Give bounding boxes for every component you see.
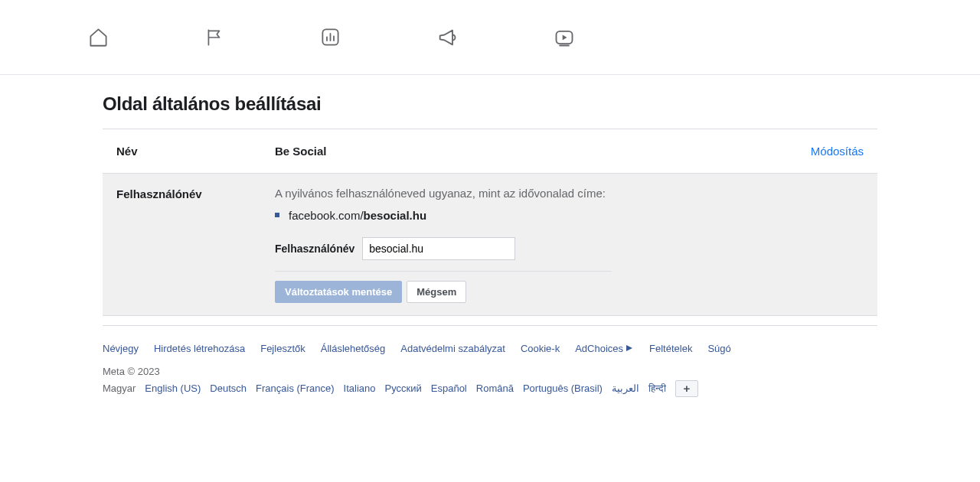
footer: Névjegy Hirdetés létrehozása Fejlesztők … (103, 343, 877, 397)
save-button[interactable]: Változtatások mentése (275, 281, 402, 303)
username-label: Felhasználónév (110, 186, 275, 303)
url-username: besocial.hu (364, 209, 427, 222)
footer-link[interactable]: Adatvédelmi szabályzat (400, 343, 505, 355)
language-link[interactable]: Português (Brasil) (523, 383, 603, 394)
footer-link[interactable]: Névjegy (103, 343, 139, 355)
username-input[interactable] (362, 237, 515, 260)
page-title: Oldal általános beállításai (103, 93, 877, 115)
language-link[interactable]: Русский (385, 383, 422, 394)
footer-link[interactable]: Álláslehetőség (321, 343, 386, 355)
language-row: Magyar English (US) Deutsch Français (Fr… (103, 380, 877, 397)
insights-icon[interactable] (320, 27, 341, 47)
divider (103, 325, 877, 326)
url-prefix: facebook.com/ (289, 209, 364, 222)
footer-links: Névjegy Hirdetés létrehozása Fejlesztők … (103, 343, 877, 355)
footer-link-adchoices[interactable]: AdChoices (575, 343, 634, 355)
language-link[interactable]: Français (France) (256, 383, 335, 394)
username-row: Felhasználónév A nyilvános felhasználóne… (103, 174, 877, 316)
name-label: Név (110, 145, 275, 158)
video-icon[interactable] (554, 27, 575, 48)
language-link[interactable]: Deutsch (210, 383, 247, 394)
current-language: Magyar (103, 383, 136, 394)
footer-link[interactable]: Fejlesztők (260, 343, 305, 355)
copyright: Meta © 2023 (103, 366, 877, 377)
megaphone-icon[interactable] (436, 27, 458, 48)
username-input-label: Felhasználónév (275, 243, 354, 255)
username-helper: A nyilvános felhasználóneved ugyanaz, mi… (275, 186, 612, 201)
name-value: Be Social (275, 145, 811, 158)
language-link[interactable]: Italiano (344, 383, 376, 394)
language-link[interactable]: English (US) (145, 383, 201, 394)
footer-link[interactable]: Hirdetés létrehozása (154, 343, 245, 355)
inner-divider (275, 271, 612, 272)
bullet-icon (275, 213, 279, 217)
username-url: facebook.com/besocial.hu (275, 209, 612, 222)
home-icon[interactable] (88, 27, 109, 47)
footer-link[interactable]: Súgó (707, 343, 730, 355)
add-language-button[interactable]: + (675, 380, 698, 397)
flag-icon[interactable] (204, 28, 224, 47)
language-link[interactable]: العربية (612, 383, 639, 394)
footer-link[interactable]: Cookie-k (521, 343, 560, 355)
footer-link[interactable]: Feltételek (649, 343, 692, 355)
name-row: Név Be Social Módosítás (103, 129, 877, 174)
language-link[interactable]: Español (431, 383, 467, 394)
language-link[interactable]: हिन्दी (648, 383, 666, 395)
edit-name-link[interactable]: Módosítás (811, 145, 870, 158)
cancel-button[interactable]: Mégsem (407, 281, 466, 303)
language-link[interactable]: Română (476, 383, 514, 394)
top-navigation (0, 0, 980, 75)
adchoices-icon (625, 344, 634, 355)
